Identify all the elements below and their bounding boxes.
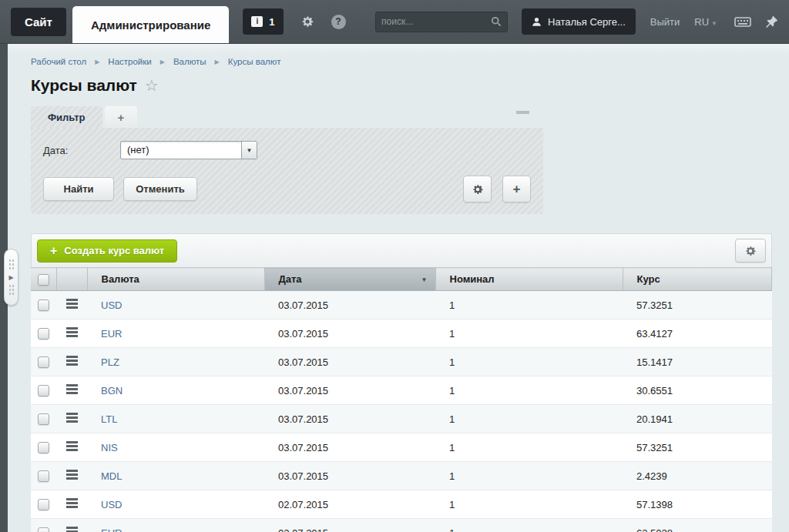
breadcrumb-currency-rates[interactable]: Курсы валют [228,57,281,66]
row-menu-icon[interactable] [66,470,78,472]
gear-icon [300,15,314,28]
rate-date: 02.07.2015 [264,519,435,532]
table-row: EUR 02.07.2015 1 63.5028 [31,519,772,532]
rate-value: 63.5028 [623,519,772,532]
row-menu-icon[interactable] [66,527,78,529]
row-checkbox[interactable] [38,385,49,396]
sidebar-expand-handle[interactable]: ▶ [4,249,18,306]
table-row: LTL 03.07.2015 1 20.1941 [31,405,772,433]
rate-date: 03.07.2015 [264,462,435,490]
tab-administration[interactable]: Администрирование [72,6,229,43]
date-filter-label: Дата: [43,145,120,156]
row-menu-icon[interactable] [66,299,78,301]
column-header-currency[interactable]: Валюта [87,268,264,291]
currency-link[interactable]: EUR [101,527,122,532]
column-header-rate[interactable]: Курс [623,268,772,291]
row-checkbox[interactable] [38,356,49,368]
expand-arrow-icon: ▶ [8,274,13,281]
filter-tab[interactable]: Фильтр [31,106,102,128]
create-rate-button[interactable]: + Создать курс валют [37,239,177,263]
row-checkbox[interactable] [38,328,49,340]
cancel-button[interactable]: Отменить [123,177,197,201]
rate-date: 02.07.2015 [264,490,435,519]
currency-link[interactable]: EUR [101,328,122,340]
row-checkbox[interactable] [38,499,49,510]
date-filter-value: (нет) [121,142,241,159]
topbar-search [375,12,508,32]
language-value: RU [694,16,709,28]
select-all-checkbox[interactable] [38,274,49,286]
dropdown-arrow-button[interactable]: ▼ [241,142,257,159]
settings-gear-button[interactable] [300,0,314,43]
grid-settings-button[interactable] [735,239,766,263]
chevron-down-icon: ▼ [711,20,717,27]
rate-nominal: 1 [435,348,623,376]
tab-site[interactable]: Сайт [11,8,66,36]
currency-link[interactable]: NIS [101,442,118,453]
row-checkbox[interactable] [38,413,49,425]
row-checkbox[interactable] [38,470,49,482]
logout-link[interactable]: Выйти [650,16,680,28]
currency-link[interactable]: BGN [101,385,123,396]
row-menu-icon[interactable] [66,413,78,415]
currency-link[interactable]: MDL [101,470,122,482]
search-input[interactable] [381,16,491,27]
rates-table: Валюта Дата▼ Номинал Курс USD 03.07.2015… [31,267,772,532]
pin-panel-button[interactable] [765,0,778,43]
column-header-date[interactable]: Дата▼ [264,268,435,291]
column-header-nominal[interactable]: Номинал [435,268,623,291]
table-row: EUR 03.07.2015 1 63.4127 [31,320,772,348]
search-icon[interactable] [491,16,502,27]
row-menu-icon[interactable] [66,498,78,500]
sort-desc-icon: ▼ [421,276,428,283]
breadcrumb-desktop[interactable]: Рабочий стол [31,57,86,66]
help-button[interactable]: ? [331,0,346,43]
favorite-star-icon[interactable]: ☆ [145,76,159,95]
filter-settings-button[interactable] [463,176,492,202]
table-row: BGN 03.07.2015 1 30.6551 [31,376,772,405]
row-menu-icon[interactable] [66,384,78,386]
currency-link[interactable]: LTL [101,413,117,425]
row-menu-icon[interactable] [66,327,78,330]
main-content: Рабочий стол ▶ Настройки ▶ Валюты ▶ Курс… [8,44,789,532]
table-body: USD 03.07.2015 1 57.3251 EUR 03.07.2015 … [31,291,772,532]
date-filter-select[interactable]: (нет) ▼ [120,141,257,159]
add-filter-field-button[interactable]: + [502,176,531,202]
find-button[interactable]: Найти [43,177,114,201]
language-selector[interactable]: RU▼ [694,16,717,28]
currency-link[interactable]: PLZ [101,356,119,368]
row-checkbox[interactable] [38,527,49,532]
user-name: Наталья Серге... [548,16,626,28]
help-icon: ? [331,15,346,29]
page-title: Курсы валют [31,76,137,95]
row-menu-icon[interactable] [66,356,78,358]
currency-link[interactable]: USD [101,499,122,510]
breadcrumb-settings[interactable]: Настройки [108,57,151,66]
rate-value: 2.4239 [623,462,772,490]
row-menu-icon[interactable] [66,441,78,443]
row-checkbox[interactable] [38,299,49,311]
rate-nominal: 1 [435,291,623,320]
add-filter-tab[interactable]: + [105,106,138,128]
column-header-date-label: Дата [279,273,302,285]
rate-date: 03.07.2015 [264,320,435,348]
rate-date: 03.07.2015 [264,291,435,320]
table-row: USD 03.07.2015 1 57.3251 [31,291,772,320]
gear-icon [744,245,757,257]
breadcrumb-currencies[interactable]: Валюты [173,57,206,66]
top-bar: Сайт Администрирование i 1 ? Наталья Сер… [0,0,789,44]
keyboard-layout-button[interactable] [734,0,751,43]
rate-nominal: 1 [435,376,623,405]
currency-link[interactable]: USD [101,299,122,311]
collapse-filter-button[interactable] [516,111,529,114]
table-row: PLZ 03.07.2015 1 15.1417 [31,348,772,376]
keyboard-icon [734,15,751,28]
row-checkbox[interactable] [38,442,49,453]
grid-toolbar: + Создать курс валют [31,233,772,267]
user-menu-button[interactable]: Наталья Серге... [522,8,636,35]
rate-value: 57.3251 [623,433,772,462]
rate-value: 57.1398 [623,490,772,519]
plus-icon: + [50,244,57,258]
notifications-button[interactable]: i 1 [243,8,283,35]
drag-dots-icon [8,259,14,271]
